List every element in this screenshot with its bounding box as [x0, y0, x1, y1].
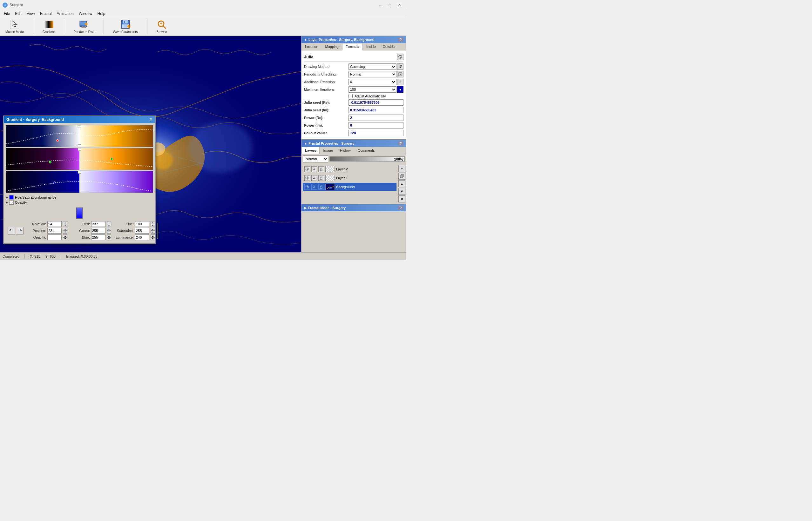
- menu-fractal[interactable]: Fractal: [38, 11, 54, 17]
- rotation-input[interactable]: [47, 221, 62, 227]
- saturation-input[interactable]: [135, 228, 149, 233]
- minimize-button[interactable]: ─: [376, 2, 384, 8]
- saturation-up[interactable]: ▲: [151, 228, 155, 231]
- rotate-right-button[interactable]: [16, 227, 23, 234]
- menu-window[interactable]: Window: [76, 11, 95, 17]
- blue-input[interactable]: [91, 234, 105, 240]
- add-layer-button[interactable]: +: [398, 165, 405, 172]
- adjust-auto-checkbox[interactable]: [348, 94, 352, 98]
- precision-help-button[interactable]: ?: [397, 79, 403, 85]
- color-slider[interactable]: [76, 207, 83, 219]
- color-dot-red[interactable]: [56, 139, 59, 142]
- red-input[interactable]: [91, 221, 105, 227]
- red-down[interactable]: ▼: [107, 224, 111, 227]
- bg-lock-icon[interactable]: [318, 184, 324, 190]
- drawing-method-select[interactable]: Guessing: [348, 64, 397, 70]
- layer1-lock-icon[interactable]: [318, 175, 324, 181]
- hue-down[interactable]: ▼: [151, 224, 155, 227]
- opacity-input[interactable]: [47, 234, 62, 240]
- menu-edit[interactable]: Edit: [13, 11, 24, 17]
- move-up-button[interactable]: ▲: [398, 180, 405, 187]
- max-iter-select[interactable]: 100: [348, 86, 397, 93]
- gradient-row2[interactable]: [6, 148, 153, 170]
- tab-location[interactable]: Location: [301, 43, 322, 50]
- render-button[interactable]: Render to Disk: [70, 18, 97, 35]
- hue-input[interactable]: [135, 221, 149, 227]
- move-down-button[interactable]: ▼: [398, 188, 405, 195]
- blue-down[interactable]: ▼: [107, 237, 111, 240]
- periodicity-icon-button[interactable]: [397, 71, 403, 77]
- formula-icon-btn[interactable]: [397, 54, 403, 60]
- color-dot-green2[interactable]: [110, 158, 113, 160]
- fp-tab-comments[interactable]: Comments: [354, 147, 378, 154]
- position-down[interactable]: ▼: [63, 231, 67, 233]
- hsl-label-item[interactable]: ▶ Hue/Saturation/Luminance: [6, 195, 153, 200]
- hue-up[interactable]: ▲: [151, 221, 155, 224]
- opacity-down[interactable]: ▼: [63, 237, 67, 240]
- gradient-row3[interactable]: [6, 171, 153, 193]
- fp-tab-history[interactable]: History: [337, 147, 354, 154]
- close-button[interactable]: ✕: [395, 2, 403, 8]
- rotation-down[interactable]: ▼: [63, 224, 67, 227]
- luminance-down[interactable]: ▼: [151, 237, 155, 240]
- tab-mapping[interactable]: Mapping: [322, 43, 342, 50]
- layer2-lock-icon[interactable]: [318, 166, 324, 172]
- gradient-panel-close-icon[interactable]: ✕: [149, 117, 152, 122]
- color-dot-blue[interactable]: [53, 181, 56, 184]
- layer-properties-help-button[interactable]: ?: [398, 38, 403, 42]
- menu-view[interactable]: View: [24, 11, 38, 17]
- green-down[interactable]: ▼: [107, 231, 111, 233]
- max-iter-down-button[interactable]: ▼: [397, 86, 403, 93]
- tab-outside[interactable]: Outside: [379, 43, 398, 50]
- precision-select[interactable]: 0: [348, 79, 397, 85]
- rotation-up[interactable]: ▲: [63, 221, 67, 224]
- canvas-area[interactable]: Gradient - Surgery, Background ✕: [0, 36, 301, 252]
- julia-im-input[interactable]: [348, 107, 403, 113]
- layer2-search-icon[interactable]: [311, 166, 317, 172]
- layer-item-background[interactable]: Background: [303, 183, 397, 191]
- opacity-label-item[interactable]: ▶ Opacity: [6, 200, 153, 205]
- layer-properties-header[interactable]: ▼ Layer Properties - Surgery, Background…: [301, 36, 406, 43]
- opacity-up[interactable]: ▲: [63, 234, 67, 237]
- position-input[interactable]: [47, 228, 62, 233]
- gradient-button[interactable]: Gradient: [40, 18, 58, 35]
- gradient-row1[interactable]: [6, 125, 153, 147]
- bailout-input[interactable]: [348, 130, 403, 136]
- power-im-input[interactable]: [348, 122, 403, 129]
- layer2-eye-icon[interactable]: [304, 166, 310, 172]
- bg-search-icon[interactable]: [311, 184, 317, 190]
- layer-item-layer2[interactable]: Layer 2: [303, 165, 397, 173]
- power-re-input[interactable]: [348, 115, 403, 121]
- saturation-down[interactable]: ▼: [151, 231, 155, 233]
- drawing-method-refresh-button[interactable]: ↺: [397, 64, 403, 70]
- periodicity-select[interactable]: Normal: [348, 71, 397, 77]
- menu-file[interactable]: File: [1, 11, 13, 17]
- red-up[interactable]: ▲: [107, 221, 111, 224]
- delete-layer-button[interactable]: ✕: [398, 196, 405, 202]
- fractal-mode-header[interactable]: ▶ Fractal Mode - Surgery ?: [301, 204, 406, 211]
- tab-inside[interactable]: Inside: [363, 43, 379, 50]
- copy-layer-button[interactable]: [398, 173, 405, 180]
- rotate-left-button[interactable]: [8, 227, 15, 234]
- save-button[interactable]: Save Parameters: [110, 18, 141, 35]
- fp-tab-layers[interactable]: Layers: [301, 147, 320, 154]
- luminance-up[interactable]: ▲: [151, 234, 155, 237]
- fractal-properties-header[interactable]: ▼ Fractal Properties - Surgery ?: [301, 140, 406, 147]
- browse-button[interactable]: Browse: [154, 18, 170, 35]
- blend-mode-select[interactable]: Normal: [303, 156, 328, 162]
- fractal-mode-help-button[interactable]: ?: [398, 206, 403, 210]
- menu-help[interactable]: Help: [95, 11, 108, 17]
- layer-item-layer1[interactable]: Layer 1: [303, 174, 397, 182]
- gradient-panel-title[interactable]: Gradient - Surgery, Background ✕: [4, 116, 155, 123]
- green-input[interactable]: [91, 228, 105, 233]
- fractal-properties-help-button[interactable]: ?: [398, 141, 403, 145]
- maximize-button[interactable]: □: [386, 2, 394, 8]
- luminance-input[interactable]: [135, 234, 149, 240]
- green-up[interactable]: ▲: [107, 228, 111, 231]
- color-dot-green[interactable]: [49, 161, 51, 163]
- menu-animation[interactable]: Animation: [54, 11, 76, 17]
- mouse-mode-button[interactable]: Mouse Mode: [3, 18, 27, 35]
- tab-formula[interactable]: Formula: [342, 43, 363, 50]
- position-up[interactable]: ▲: [63, 228, 67, 231]
- layer1-eye-icon[interactable]: [304, 175, 310, 181]
